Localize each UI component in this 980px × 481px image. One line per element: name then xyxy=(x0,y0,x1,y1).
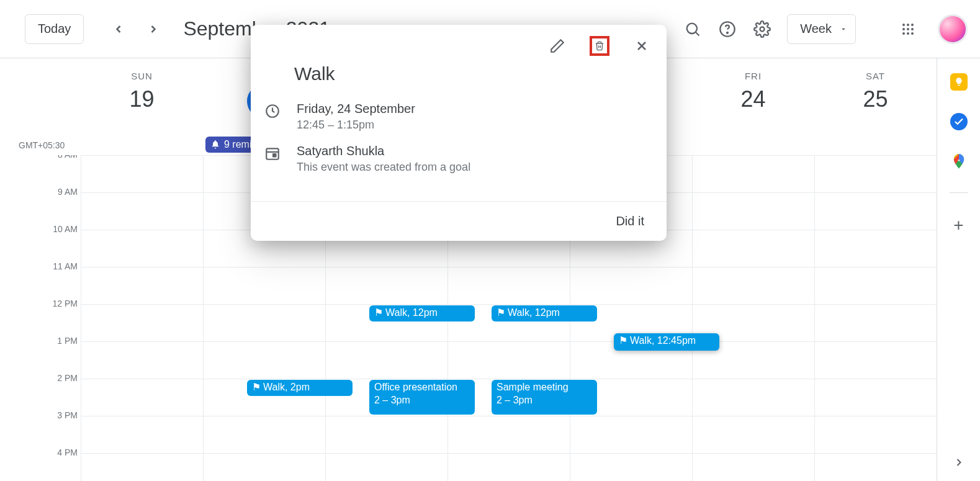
svg-point-9 xyxy=(907,28,909,30)
svg-point-11 xyxy=(902,32,905,35)
prev-week-button[interactable] xyxy=(109,19,128,39)
day-header-sat[interactable]: SAT25 xyxy=(814,58,937,137)
event-walk-thu[interactable]: ⚑Walk, 12pm xyxy=(492,305,597,321)
svg-point-0 xyxy=(687,23,697,33)
today-button[interactable]: Today xyxy=(25,14,84,44)
close-popover-button[interactable] xyxy=(632,36,652,56)
help-icon xyxy=(719,20,736,38)
google-apps-button[interactable] xyxy=(893,14,923,44)
svg-point-7 xyxy=(911,24,914,26)
next-week-button[interactable] xyxy=(143,19,163,39)
day-header-fri[interactable]: FRI24 xyxy=(692,58,814,137)
event-owner: Satyarth Shukla xyxy=(297,144,470,158)
event-walk-fri[interactable]: ⚑Walk, 12:45pm xyxy=(614,333,719,351)
svg-point-13 xyxy=(911,32,914,35)
svg-point-3 xyxy=(727,32,728,33)
view-selector-label: Week xyxy=(800,22,832,36)
event-walk-tue[interactable]: ⚑Walk, 2pm xyxy=(247,380,353,396)
settings-button[interactable] xyxy=(747,14,777,44)
chevron-right-icon xyxy=(953,456,965,469)
pencil-icon xyxy=(549,38,565,54)
event-office-presentation[interactable]: Office presentation2 – 3pm xyxy=(369,380,475,415)
svg-point-6 xyxy=(907,24,909,26)
svg-line-1 xyxy=(696,32,699,35)
event-title: Walk xyxy=(294,63,647,84)
svg-rect-20 xyxy=(273,154,276,156)
timezone-label: GMT+05:30 xyxy=(19,140,65,150)
account-avatar[interactable] xyxy=(938,14,968,44)
flag-icon: ⚑ xyxy=(252,382,261,392)
event-walk-wed[interactable]: ⚑Walk, 12pm xyxy=(369,305,475,321)
did-it-button[interactable]: Did it xyxy=(616,214,644,228)
svg-point-5 xyxy=(902,24,905,26)
flag-icon: ⚑ xyxy=(619,335,627,346)
search-button[interactable] xyxy=(678,14,708,44)
reminder-icon xyxy=(210,140,220,150)
clock-icon xyxy=(264,103,281,119)
svg-point-4 xyxy=(760,27,765,31)
add-addon-button[interactable]: + xyxy=(953,215,963,235)
trash-icon xyxy=(595,38,605,54)
tasks-icon[interactable] xyxy=(950,113,968,130)
svg-point-12 xyxy=(907,32,909,35)
view-selector[interactable]: Week xyxy=(787,14,856,44)
event-time: 12:45 – 1:15pm xyxy=(297,119,415,132)
edit-event-button[interactable] xyxy=(547,36,567,56)
calendar-icon xyxy=(264,145,281,161)
maps-icon[interactable] xyxy=(950,153,968,170)
event-details-popover: Walk Friday, 24 September 12:45 – 1:15pm… xyxy=(251,25,667,241)
gear-icon xyxy=(753,20,771,38)
event-note: This event was created from a goal xyxy=(297,161,470,174)
hide-sidepanel-button[interactable] xyxy=(953,456,965,469)
close-icon xyxy=(634,38,649,53)
flag-icon: ⚑ xyxy=(374,307,383,318)
apps-grid-icon xyxy=(901,22,915,37)
keep-icon[interactable] xyxy=(950,73,968,91)
side-divider xyxy=(950,192,968,193)
search-icon xyxy=(684,20,701,38)
chevron-left-icon xyxy=(112,23,125,35)
chevron-right-icon xyxy=(147,23,160,35)
svg-point-8 xyxy=(902,28,905,30)
day-header-sun[interactable]: SUN19 xyxy=(81,58,203,137)
dropdown-icon xyxy=(839,25,848,34)
svg-point-10 xyxy=(911,28,914,30)
delete-event-button[interactable] xyxy=(590,36,609,56)
flag-icon: ⚑ xyxy=(497,307,505,318)
event-sample-meeting[interactable]: Sample meeting2 – 3pm xyxy=(492,380,597,415)
help-button[interactable] xyxy=(713,14,742,44)
event-date: Friday, 24 September xyxy=(297,102,415,116)
side-panel: + xyxy=(937,58,980,481)
